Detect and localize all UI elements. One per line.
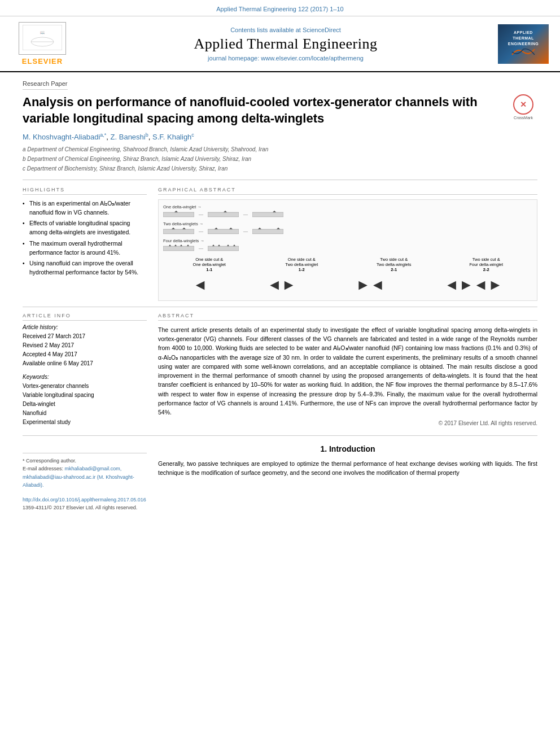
introduction-text: Generally, two passive techniques are em… xyxy=(158,459,537,478)
ga-row-1: One delta-winglet → — — xyxy=(163,204,532,219)
winglet-arrow-1: ◄ xyxy=(193,277,208,294)
journal-center-info: Contents lists available at ScienceDirec… xyxy=(73,27,498,62)
channel-diagram-2 xyxy=(208,211,239,219)
svg-marker-11 xyxy=(172,228,175,229)
graphical-abstract-header: GRAPHICAL ABSTRACT xyxy=(158,187,537,195)
svg-marker-14 xyxy=(215,228,218,229)
graphical-abstract-content: One delta-winglet → — — xyxy=(158,199,537,301)
affiliations: a Department of Chemical Engineering, Sh… xyxy=(23,145,537,180)
article-info-panel: ARTICLE INFO Article history: Received 2… xyxy=(23,313,147,427)
graphical-abstract-panel: GRAPHICAL ABSTRACT One delta-winglet → — xyxy=(158,187,537,301)
article-info-header: ARTICLE INFO xyxy=(23,313,147,321)
history-label: Article history: xyxy=(23,324,147,330)
keyword-1: Vortex-generator channels xyxy=(23,382,147,391)
author-3-sup: c xyxy=(191,132,194,138)
channel-2d-3 xyxy=(252,228,283,235)
channel-4d-1 xyxy=(163,244,194,252)
svg-marker-12 xyxy=(182,228,186,229)
intro-left-footnotes: * Corresponding author. E-mail addresses… xyxy=(23,444,147,512)
svg-marker-18 xyxy=(277,228,280,229)
citation-link[interactable]: Applied Thermal Engineering 122 (2017) 1… xyxy=(216,6,343,12)
svg-marker-27 xyxy=(227,244,229,246)
winglet-arrow-3: ►◄ xyxy=(356,277,384,294)
svg-rect-24 xyxy=(208,246,239,251)
svg-rect-16 xyxy=(252,229,283,234)
journal-homepage: journal homepage: www.elsevier.com/locat… xyxy=(73,55,498,62)
footnote-section: * Corresponding author. E-mail addresses… xyxy=(23,453,147,512)
journal-logo-text: APPLIEDTHERMALENGINEERING xyxy=(508,30,539,46)
authors-line: M. Khoshvaght-Aliabadia,*, Z. Baneshib, … xyxy=(23,132,537,141)
abstract-text: The current article presents details of … xyxy=(158,325,537,417)
channel-2d-1 xyxy=(163,228,194,235)
contents-available: Contents lists available at ScienceDirec… xyxy=(73,27,498,33)
svg-rect-8 xyxy=(252,212,283,217)
article-info-abstract-row: ARTICLE INFO Article history: Received 2… xyxy=(23,307,537,427)
svg-marker-26 xyxy=(218,244,220,246)
elsevier-brand: ELSEVIER xyxy=(22,57,63,65)
doi-link[interactable]: http://dx.doi.org/10.1016/j.applthermale… xyxy=(23,497,146,503)
fig-label-1: One side cut &One delta-winglet1-1 xyxy=(167,257,252,272)
publisher-logo-left: 📖 ELSEVIER xyxy=(11,22,73,65)
highlight-item-1: This is an experimental on Al₂O₃/water n… xyxy=(23,199,147,217)
homepage-prefix: journal homepage: xyxy=(208,55,261,62)
doi-block: http://dx.doi.org/10.1016/j.applthermale… xyxy=(23,493,147,504)
copyright-line: © 2017 Elsevier Ltd. All rights reserved… xyxy=(158,420,537,426)
introduction-section: * Corresponding author. E-mail addresses… xyxy=(23,435,537,512)
highlight-item-3: The maximum overall hydrothermal perform… xyxy=(23,239,147,257)
issn-line: 1359-4311/© 2017 Elsevier Ltd. All right… xyxy=(23,504,147,512)
highlights-abstract-row: HIGHLIGHTS This is an experimental on Al… xyxy=(23,187,537,301)
ga-row2-label: Two delta-winglets → xyxy=(163,221,532,226)
homepage-link[interactable]: www.elsevier.com/locate/apthermeng xyxy=(261,55,364,62)
keyword-5: Experimental study xyxy=(23,418,147,427)
journal-header: 📖 ELSEVIER Contents lists available at S… xyxy=(0,16,560,72)
crossmark-icon[interactable]: ✕ xyxy=(513,94,533,115)
top-bar: Applied Thermal Engineering 122 (2017) 1… xyxy=(0,0,560,16)
winglet-arrow-2: ◄► xyxy=(267,277,296,294)
svg-marker-5 xyxy=(174,211,178,212)
email-note: E-mail addresses: mkhaliabadi@gmail.com,… xyxy=(23,465,147,489)
author-1: M. Khoshvaght-Aliabadi xyxy=(23,133,100,142)
author-2: Z. Baneshi xyxy=(111,133,146,142)
highlights-panel: HIGHLIGHTS This is an experimental on Al… xyxy=(23,187,147,301)
main-content: Research Paper Analysis on performance o… xyxy=(0,72,560,531)
ga-row1-label: One delta-winglet → xyxy=(163,204,532,209)
svg-marker-17 xyxy=(258,228,261,229)
paper-type-label: Research Paper xyxy=(23,80,68,90)
abstract-panel: ABSTRACT The current article presents de… xyxy=(158,313,537,427)
svg-marker-21 xyxy=(174,244,177,246)
ga-row-3: Four delta-winglets → — xyxy=(163,238,532,252)
abstract-header: ABSTRACT xyxy=(158,313,537,321)
svg-rect-19 xyxy=(163,246,194,251)
highlight-item-2: Effects of variable longitudinal spacing… xyxy=(23,219,147,237)
contents-prefix: Contents lists available at xyxy=(230,27,303,33)
accepted-date: Accepted 4 May 2017 xyxy=(23,350,147,359)
fig-label-4: Two side cut &Four delta-winglet2-2 xyxy=(444,257,528,272)
article-history: Article history: Received 27 March 2017 … xyxy=(23,324,147,368)
svg-marker-15 xyxy=(229,228,233,229)
crossmark-label: CrossMark xyxy=(514,116,533,120)
keywords-label: Keywords: xyxy=(23,374,147,380)
highlights-header: HIGHLIGHTS xyxy=(23,187,147,195)
available-online-date: Available online 6 May 2017 xyxy=(23,359,147,368)
channel-diagram-3 xyxy=(252,211,283,219)
svg-marker-25 xyxy=(212,244,215,246)
article-title: Analysis on performance of nanofluid-coo… xyxy=(23,94,504,126)
svg-rect-13 xyxy=(208,229,239,234)
fig-label-3: Two side cut &Two delta-winglets2-1 xyxy=(352,257,436,272)
ga-row3-label: Four delta-winglets → xyxy=(163,238,532,243)
svg-rect-10 xyxy=(163,229,194,234)
highlights-list: This is an experimental on Al₂O₃/water n… xyxy=(23,199,147,277)
affiliation-b: b Department of Chemical Engineering, Sh… xyxy=(23,155,537,163)
author-3: S.F. Khaligh xyxy=(152,133,191,142)
corresponding-author-note: * Corresponding author. xyxy=(23,457,147,465)
intro-right-text: 1. Introduction Generally, two passive t… xyxy=(158,444,537,512)
journal-title: Applied Thermal Engineering xyxy=(73,36,498,53)
svg-marker-7 xyxy=(224,211,227,212)
svg-marker-28 xyxy=(233,244,235,246)
received-date: Received 27 March 2017 xyxy=(23,332,147,341)
affiliation-a: a Department of Chemical Engineering, Sh… xyxy=(23,145,537,154)
introduction-header: 1. Introduction xyxy=(158,444,537,453)
journal-logo-right: APPLIEDTHERMALENGINEERING xyxy=(498,24,549,64)
sciencedirect-link[interactable]: ScienceDirect xyxy=(303,27,341,33)
fig-label-2: One side cut &Two delta-winglet1-2 xyxy=(259,257,344,272)
